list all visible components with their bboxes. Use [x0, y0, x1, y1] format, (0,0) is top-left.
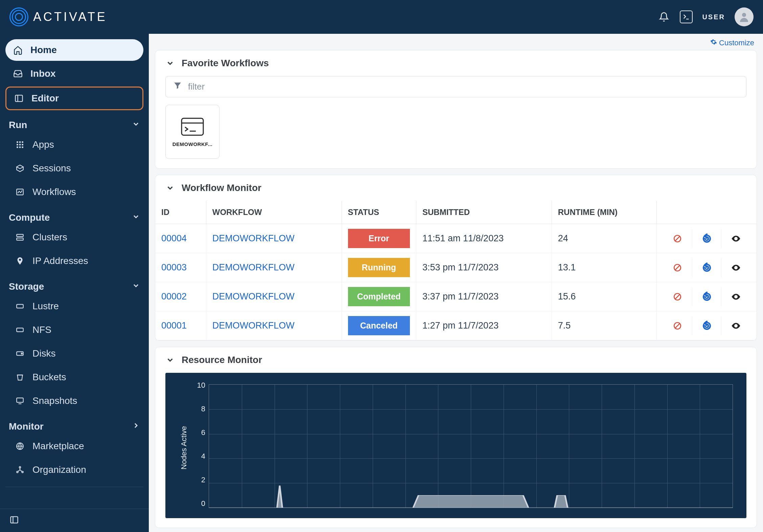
- sidebar-item-label: Home: [30, 45, 57, 55]
- sidebar-group-storage[interactable]: Storage: [5, 274, 143, 295]
- panel-title: Resource Monitor: [182, 355, 262, 365]
- runtime-cell: 7.5: [552, 311, 657, 340]
- chevron-down-icon: [132, 281, 140, 292]
- restart-icon[interactable]: [692, 229, 721, 248]
- table-column-header: [657, 201, 757, 224]
- workflow-id-link[interactable]: 00001: [161, 320, 187, 331]
- avatar[interactable]: [735, 7, 754, 26]
- chevron-down-icon: [132, 212, 140, 223]
- workflow-name-link[interactable]: DEMOWORKFLOW: [212, 320, 295, 331]
- sidebar-item-label: NFS: [32, 324, 51, 335]
- sidebar-item-editor[interactable]: Editor: [5, 87, 143, 110]
- svg-point-21: [21, 353, 22, 354]
- sidebar-item-label: Editor: [31, 93, 59, 104]
- monitor-icon: [15, 396, 25, 406]
- cancel-icon[interactable]: [663, 316, 692, 335]
- svg-rect-10: [17, 146, 18, 148]
- cancel-icon[interactable]: [663, 229, 692, 248]
- status-badge: Running: [348, 258, 410, 277]
- eye-icon[interactable]: [721, 316, 750, 335]
- chart-y-axis-label: Nodes Active: [176, 381, 188, 515]
- eye-icon[interactable]: [721, 229, 750, 248]
- inbox-icon: [13, 69, 23, 79]
- sidebar-item-snapshots[interactable]: Snapshots: [7, 390, 143, 412]
- runtime-cell: 13.1: [552, 253, 657, 282]
- y-tick-label: 8: [188, 405, 205, 413]
- sidebar-group-compute[interactable]: Compute: [5, 205, 143, 226]
- eye-icon[interactable]: [721, 258, 750, 277]
- svg-point-41: [735, 296, 737, 297]
- panel-favorites: Favorite Workflows DEMOWORKF...: [155, 50, 757, 169]
- chevron-down-icon[interactable]: [165, 355, 175, 365]
- svg-rect-2: [16, 95, 23, 102]
- collapse-icon[interactable]: [9, 520, 19, 526]
- location-icon: [15, 256, 25, 266]
- filter-container: [165, 76, 746, 97]
- sidebar-group-run[interactable]: Run: [5, 112, 143, 134]
- sidebar-group-label: Compute: [9, 212, 50, 223]
- sidebar-item-label: IP Addresses: [32, 256, 88, 266]
- eye-icon[interactable]: [721, 287, 750, 306]
- sidebar-item-label: Sessions: [32, 163, 71, 174]
- restart-icon[interactable]: [692, 316, 721, 335]
- submitted-cell: 3:37 pm 11/7/2023: [416, 282, 552, 311]
- terminal-icon[interactable]: [680, 10, 693, 23]
- sidebar-item-clusters[interactable]: Clusters: [7, 226, 143, 248]
- filter-input[interactable]: [188, 81, 739, 92]
- sidebar-item-label: Buckets: [32, 372, 66, 383]
- sidebar-item-lustre[interactable]: Lustre: [7, 295, 143, 317]
- workflow-name-link[interactable]: DEMOWORKFLOW: [212, 262, 295, 272]
- sidebar: Home Inbox Editor Run: [0, 34, 149, 532]
- grid-icon: [15, 140, 25, 150]
- brand-logo[interactable]: ACTIVATE: [9, 7, 107, 26]
- restart-icon[interactable]: [692, 258, 721, 277]
- topbar: ACTIVATE USER: [0, 0, 763, 34]
- sidebar-item-label: Lustre: [32, 301, 59, 312]
- bucket-icon: [15, 372, 25, 382]
- sidebar-item-workflows[interactable]: Workflows: [7, 181, 143, 203]
- bell-icon[interactable]: [657, 10, 670, 23]
- sidebar-item-organization[interactable]: Organization: [7, 459, 143, 481]
- sidebar-item-marketplace[interactable]: Marketplace: [7, 435, 143, 457]
- sidebar-item-label: Workflows: [32, 187, 76, 197]
- sidebar-item-inbox[interactable]: Inbox: [5, 63, 143, 84]
- sidebar-item-nfs[interactable]: NFS: [7, 319, 143, 341]
- svg-rect-4: [17, 141, 18, 143]
- sidebar-item-ipaddresses[interactable]: IP Addresses: [7, 250, 143, 272]
- sidebar-item-apps[interactable]: Apps: [7, 134, 143, 155]
- svg-rect-15: [17, 238, 23, 240]
- disk-icon: [15, 348, 25, 359]
- chevron-down-icon[interactable]: [165, 58, 175, 68]
- favorite-card[interactable]: DEMOWORKF...: [165, 105, 219, 159]
- server-icon: [15, 232, 25, 242]
- svg-rect-28: [11, 517, 18, 523]
- panel-title: Workflow Monitor: [182, 183, 261, 193]
- workflow-id-link[interactable]: 00003: [161, 262, 187, 272]
- sidebar-group-monitor[interactable]: Monitor: [5, 414, 143, 435]
- restart-icon[interactable]: [692, 287, 721, 306]
- cancel-icon[interactable]: [663, 287, 692, 306]
- chevron-down-icon[interactable]: [165, 183, 175, 193]
- svg-line-34: [675, 236, 680, 241]
- y-tick-label: 6: [188, 428, 205, 437]
- cancel-icon[interactable]: [663, 258, 692, 277]
- y-tick-label: 0: [188, 499, 205, 508]
- sidebar-item-buckets[interactable]: Buckets: [7, 366, 143, 388]
- sidebar-group-label: Monitor: [9, 421, 44, 432]
- logo-icon: [9, 7, 28, 26]
- workflow-id-link[interactable]: 00004: [161, 233, 187, 243]
- workflow-name-link[interactable]: DEMOWORKFLOW: [212, 291, 295, 301]
- submitted-cell: 1:27 pm 11/7/2023: [416, 311, 552, 340]
- svg-rect-30: [182, 118, 203, 135]
- user-label: USER: [702, 13, 725, 21]
- sidebar-item-home[interactable]: Home: [5, 39, 143, 61]
- workflow-name-link[interactable]: DEMOWORKFLOW: [212, 233, 295, 243]
- svg-rect-22: [17, 398, 23, 402]
- sidebar-item-disks[interactable]: Disks: [7, 343, 143, 364]
- chart-line-icon: [15, 187, 25, 197]
- workflow-id-link[interactable]: 00002: [161, 291, 187, 301]
- sidebar-item-sessions[interactable]: Sessions: [7, 158, 143, 179]
- status-badge: Canceled: [348, 316, 410, 335]
- customize-button[interactable]: Customize: [710, 39, 754, 47]
- svg-point-38: [735, 267, 737, 268]
